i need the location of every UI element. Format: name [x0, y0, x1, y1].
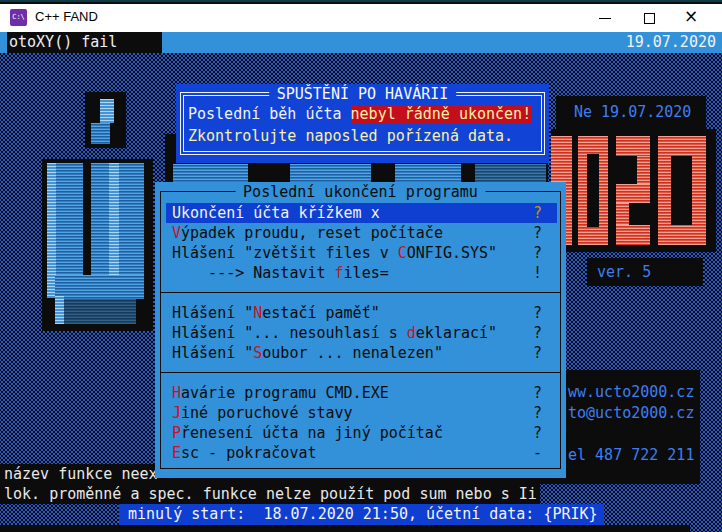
logo-art-right-highlight: [109, 163, 119, 281]
last-exit-menu: Poslední ukončení programu Ukončení účta…: [155, 182, 566, 478]
crash-dialog-title: SPUŠTĚNÍ PO HAVÁRII: [269, 84, 457, 104]
minimize-icon: [599, 18, 611, 19]
menu-item-mark: ?: [533, 223, 542, 243]
menu-item-mark: ?: [533, 343, 542, 363]
menu-item-mark: -: [533, 443, 542, 463]
menu-item[interactable]: Hlášení "Soubor ... nenalezen"?: [166, 343, 557, 363]
menu-item-mark: ?: [533, 243, 542, 263]
console-screen: otoXY() fail 19.07.2020 Ne 19.07.2020: [0, 32, 722, 532]
year-art-digit-0b-hole: [671, 156, 692, 225]
menu-item[interactable]: Havárie programu CMD.EXE?: [166, 383, 557, 403]
menu-item[interactable]: Hlášení "... nesouhlasí s deklarací"?: [166, 323, 557, 343]
error-line-2: lok. proměnné a spec. funkce nelze použí…: [4, 484, 537, 504]
year-art-digit-2-right: [637, 156, 650, 184]
minimize-button[interactable]: [583, 4, 627, 32]
app-window: C:\ C++ FAND × otoXY() fail 19.07.2020: [0, 0, 722, 532]
bg-contact-line: ww.ucto2000.cz: [568, 382, 694, 402]
year-art-digit-2-mid: [616, 184, 650, 203]
logo-art-accent-2: [91, 123, 110, 144]
menu-item-mark: ?: [533, 303, 542, 323]
crash-line1-highlight: nebyl řádně ukončen!: [351, 105, 532, 123]
top-status-bar: otoXY() fail 19.07.2020: [0, 32, 722, 53]
menu-item-mark: ?: [533, 383, 542, 403]
menu-item[interactable]: Přenesení účta na jiný počítač?: [166, 423, 557, 443]
maximize-icon: [644, 13, 655, 24]
bg-contact-line: el 487 722 211: [568, 445, 694, 465]
logo-art-foot-band: [55, 299, 136, 324]
year-art-digit-2-top: [616, 136, 650, 156]
menu-item-mark: !: [533, 263, 542, 283]
status-date: 19.07.2020: [626, 32, 716, 52]
crash-dialog-line1: Poslední běh účta nebyl řádně ukončen!: [188, 104, 531, 124]
menu-separator: [160, 372, 561, 373]
bottom-black-row: [0, 525, 690, 532]
menu-item[interactable]: Hlášení "zvětšit files v CONFIG.SYS"?: [166, 243, 557, 263]
error-line-1: název funkce neex: [4, 464, 158, 484]
menu-item-mark: ?: [533, 403, 542, 423]
close-icon: ×: [684, 6, 698, 26]
menu-item-mark: ?: [533, 203, 542, 223]
menu-separator: [160, 292, 561, 293]
close-button[interactable]: ×: [673, 4, 717, 32]
window-titlebar: C:\ C++ FAND ×: [0, 4, 722, 32]
menu-item-mark: ?: [533, 423, 542, 443]
last-start-bar: minulý start: 18.07.2020 21:50, účetní d…: [119, 504, 604, 525]
crash-dialog: SPUŠTĚNÍ PO HAVÁRII Poslední běh účta ne…: [176, 84, 549, 163]
crash-line1-prefix: Poslední běh účta: [188, 105, 351, 123]
year-art-digit-0-hole: [587, 154, 599, 227]
banner-art-seg-2: [290, 164, 371, 184]
year-art-digit-2-bottom: [616, 225, 650, 245]
logo-art-bottom-bar: [55, 275, 144, 299]
logo-art-foot: [55, 296, 64, 324]
bg-contact-line: to@ucto2000.cz: [568, 403, 694, 423]
logo-art-accent-1: [100, 99, 114, 123]
window-title: C++ FAND: [35, 9, 98, 24]
bg-date-label: Ne 19.07.2020: [574, 102, 691, 122]
maximize-button[interactable]: [627, 4, 671, 32]
status-left-label: otoXY() fail: [7, 32, 162, 53]
crash-dialog-line2: Zkontrolujte naposled pořízená data.: [188, 126, 513, 146]
banner-art-seg-4: [475, 164, 546, 184]
menu-item[interactable]: Ukončení účta křížkem x?: [166, 203, 557, 223]
bg-version-label: ver. 5: [597, 262, 651, 282]
menu-item[interactable]: Esc - pokračovat-: [166, 443, 557, 463]
menu-item-mark: ?: [533, 323, 542, 343]
menu-item[interactable]: Výpadek proudu, reset počítače?: [166, 223, 557, 243]
menu-title: Poslední ukončení programu: [235, 182, 486, 202]
banner-art-seg-3: [395, 164, 461, 184]
menu-item[interactable]: Hlášení "Nestačí paměť"?: [166, 303, 557, 323]
console-prompt-icon[interactable]: C:\: [10, 9, 27, 26]
menu-item[interactable]: Jiné poruchové stavy?: [166, 403, 557, 423]
year-art-digit-2-left: [616, 203, 629, 225]
last-start-text: minulý start: 18.07.2020 21:50, účetní d…: [128, 504, 598, 524]
menu-item[interactable]: ---> Nastavit files=!: [166, 263, 557, 283]
